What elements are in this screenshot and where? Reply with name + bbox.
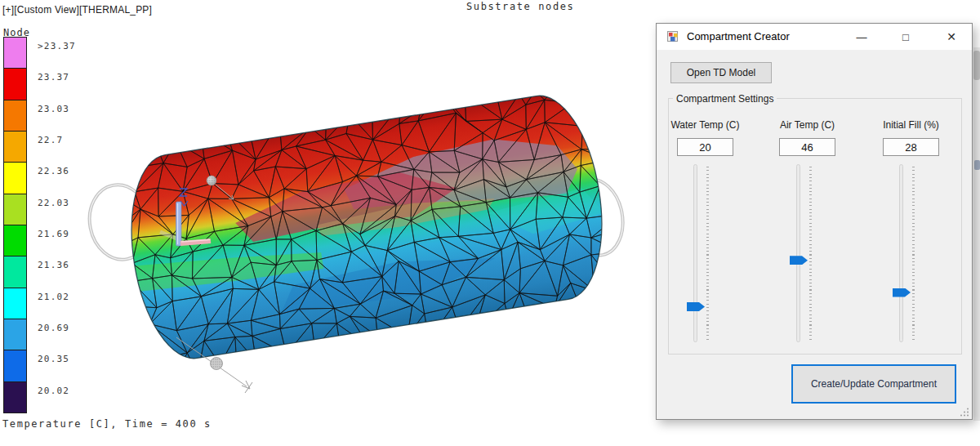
legend-value: 20.02	[38, 386, 69, 396]
dialog-title: Compartment Creator	[687, 30, 790, 42]
substrate-annotation: Substrate nodes	[466, 1, 574, 12]
legend-color-swatch	[3, 68, 27, 100]
air-temp-slider-track[interactable]	[796, 164, 800, 342]
legend-color-swatch	[3, 225, 27, 256]
water-temp-input[interactable]: 20	[677, 138, 733, 156]
legend-value: 20.69	[38, 323, 69, 333]
z-axis-bar	[176, 202, 182, 246]
air-temp-label: Air Temp (C)	[758, 119, 857, 131]
legend-value: 22.03	[38, 198, 69, 208]
node-marker	[211, 358, 223, 370]
create-update-compartment-button[interactable]: Create/Update Compartment	[791, 364, 956, 404]
initial-fill-slider-track[interactable]	[899, 164, 903, 342]
legend-color-swatch	[3, 256, 27, 288]
thermal-viewport[interactable]	[74, 65, 637, 417]
background-window-sliver	[973, 51, 980, 80]
air-temp-slider-ticks	[809, 167, 812, 341]
legend-value: 22.7	[38, 135, 63, 145]
group-title: Compartment Settings	[673, 93, 777, 105]
legend-color-swatch	[3, 194, 27, 225]
legend-color-swatch	[3, 100, 27, 132]
legend-value: 22.36	[38, 166, 69, 176]
initial-fill-input[interactable]: 28	[883, 138, 939, 156]
legend-value: 23.37	[38, 72, 69, 83]
water-temp-label: Water Temp (C)	[656, 119, 755, 131]
open-td-model-button[interactable]: Open TD Model	[670, 62, 772, 83]
legend-value: 21.69	[38, 229, 69, 239]
leader-arrow	[242, 381, 252, 393]
resize-grip-icon[interactable]	[960, 408, 969, 417]
water-temp-slider-ticks	[706, 167, 709, 341]
compartment-creator-dialog: Compartment Creator — □ ✕ Open TD Model …	[656, 23, 973, 420]
legend-value: >23.37	[38, 41, 76, 51]
compartment-settings-group	[668, 98, 962, 355]
legend-value: 23.03	[38, 104, 69, 114]
close-button[interactable]: ✕	[933, 24, 969, 50]
maximize-button[interactable]: □	[888, 24, 924, 50]
legend-value: 21.36	[38, 260, 69, 270]
initial-fill-label: Initial Fill (%)	[862, 119, 960, 131]
dialog-titlebar[interactable]: Compartment Creator — □ ✕	[657, 24, 972, 50]
background-window-sliver	[974, 160, 980, 170]
legend-color-swatch	[3, 288, 27, 319]
legend-color-swatch	[3, 350, 27, 381]
footer-caption: Temperature [C], Time = 400 s	[2, 418, 212, 430]
legend-color-swatch	[3, 381, 27, 413]
initial-fill-slider-ticks	[912, 167, 915, 341]
winforms-app-icon	[666, 30, 679, 43]
legend-color-swatch	[3, 37, 27, 69]
legend-color-swatch	[3, 131, 27, 163]
legend-value: 20.35	[38, 354, 69, 364]
minimize-button[interactable]: —	[844, 24, 880, 50]
background-window-sliver	[973, 47, 980, 421]
legend-value: 21.02	[38, 292, 69, 302]
view-title: [+][Custom View][THERMAL_PP]	[2, 4, 152, 16]
water-temp-slider-track[interactable]	[693, 164, 697, 342]
legend-color-swatch	[3, 162, 27, 194]
legend-color-swatch	[3, 319, 27, 350]
air-temp-input[interactable]: 46	[779, 138, 835, 156]
